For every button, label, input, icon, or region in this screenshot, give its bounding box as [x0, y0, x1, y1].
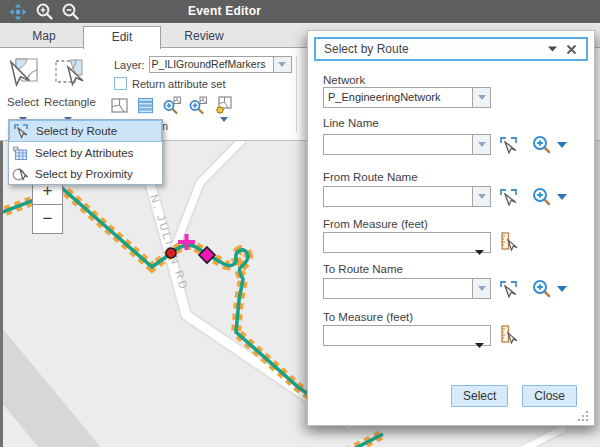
network-dropdown-button[interactable]: [473, 87, 491, 108]
attribute-table-icon[interactable]: [136, 96, 156, 116]
ribbon-group-separator: [296, 56, 297, 132]
menu-item-label: Select by Attributes: [35, 147, 133, 159]
resize-grip[interactable]: [577, 408, 589, 420]
terrain-band: [3, 345, 82, 447]
menu-item-label: Select by Route: [36, 125, 117, 137]
to-route-zoom-icon[interactable]: [532, 279, 552, 299]
collapse-icon[interactable]: [548, 46, 557, 52]
zoom-out-icon[interactable]: [62, 3, 79, 20]
return-attribute-set-checkbox[interactable]: [114, 77, 127, 90]
advanced-select-icon[interactable]: [214, 96, 234, 116]
menu-item-label: Select by Proximity: [35, 168, 133, 180]
from-measure-picker-icon[interactable]: [498, 232, 518, 252]
layer-dropdown-button[interactable]: [274, 56, 292, 73]
close-icon[interactable]: [566, 44, 577, 55]
layer-label: Layer:: [114, 59, 145, 71]
zoom-selection-icon[interactable]: [188, 96, 208, 116]
advanced-select-caret-icon[interactable]: [220, 117, 228, 122]
from-route-name-dropdown-button[interactable]: [473, 186, 491, 207]
line-name-label: Line Name: [323, 117, 379, 129]
select-tool-menu: Select by Route Select by Attributes Sel…: [8, 119, 163, 185]
to-measure-picker-icon[interactable]: [498, 325, 518, 345]
to-route-name-label: To Route Name: [323, 263, 403, 275]
event-editor-window: N. JULIAN RD + −: [0, 0, 600, 447]
from-route-zoom-caret-icon[interactable]: [557, 194, 567, 200]
from-route-map-select-icon[interactable]: [498, 187, 518, 207]
pan-icon[interactable]: [9, 3, 27, 21]
select-tool-button[interactable]: Select: [4, 56, 42, 126]
attribute-table-icon: [12, 145, 29, 161]
menu-item-select-by-proximity[interactable]: Select by Proximity: [9, 163, 162, 184]
line-map-select-icon[interactable]: [498, 135, 518, 155]
route-select-icon: [13, 123, 30, 139]
network-select[interactable]: P_EngineeringNetwork: [323, 87, 473, 108]
tab-edit[interactable]: Edit: [83, 26, 161, 49]
rectangle-tool-button[interactable]: Rectangle: [44, 56, 92, 126]
from-measure-dropdown-caret-icon[interactable]: [475, 241, 484, 259]
menu-item-select-by-attributes[interactable]: Select by Attributes: [9, 142, 162, 163]
to-route-zoom-caret-icon[interactable]: [557, 286, 567, 292]
tab-review[interactable]: Review: [161, 26, 247, 48]
menu-item-select-by-route[interactable]: Select by Route: [9, 120, 162, 142]
line-zoom-caret-icon[interactable]: [557, 142, 567, 148]
point-marker[interactable]: [166, 248, 176, 258]
to-route-map-select-icon[interactable]: [498, 279, 518, 299]
line-zoom-icon[interactable]: [532, 135, 552, 155]
chevron-down-icon: [278, 62, 286, 67]
app-title: Event Editor: [188, 4, 261, 18]
return-attribute-set-label: Return attribute set: [132, 78, 226, 90]
to-route-name-select[interactable]: [323, 278, 473, 299]
network-label: Network: [323, 74, 365, 86]
select-by-route-dialog: Select by Route Network P_EngineeringNet…: [307, 30, 595, 426]
from-route-name-label: From Route Name: [323, 171, 418, 183]
app-header: Event Editor: [0, 0, 600, 23]
proximity-icon: [12, 166, 29, 182]
from-measure-label: From Measure (feet): [323, 218, 428, 230]
to-route-name-dropdown-button[interactable]: [473, 278, 491, 299]
rectangle-tool-label: Rectangle: [44, 96, 92, 108]
dialog-header[interactable]: Select by Route: [314, 37, 588, 61]
to-measure-input[interactable]: [324, 326, 468, 345]
chevron-down-icon: [478, 142, 486, 147]
chevron-down-icon: [478, 286, 486, 291]
tab-map[interactable]: Map: [5, 26, 83, 48]
select-tool-icon: [6, 56, 40, 90]
chevron-down-icon: [478, 95, 486, 100]
to-measure-dropdown-caret-icon[interactable]: [475, 334, 484, 352]
line-name-dropdown-button[interactable]: [473, 134, 491, 155]
select-button[interactable]: Select: [451, 385, 508, 407]
select-tool-label: Select: [4, 96, 42, 108]
map-zoom-out-button[interactable]: −: [33, 205, 62, 233]
line-name-select[interactable]: [323, 134, 473, 155]
polygon-select-icon[interactable]: [110, 96, 130, 116]
rectangle-tool-icon: [51, 56, 85, 90]
from-route-zoom-icon[interactable]: [532, 187, 552, 207]
to-measure-label: To Measure (feet): [323, 311, 413, 323]
dialog-title: Select by Route: [324, 42, 548, 56]
zoom-in-icon[interactable]: [36, 3, 53, 20]
close-button[interactable]: Close: [522, 385, 577, 407]
layer-select[interactable]: P_ILIGroundRefMarkers: [149, 56, 274, 73]
from-measure-input[interactable]: [324, 233, 468, 252]
from-route-name-select[interactable]: [323, 186, 473, 207]
chevron-down-icon: [478, 194, 486, 199]
zoom-selection-icon[interactable]: [162, 96, 182, 116]
